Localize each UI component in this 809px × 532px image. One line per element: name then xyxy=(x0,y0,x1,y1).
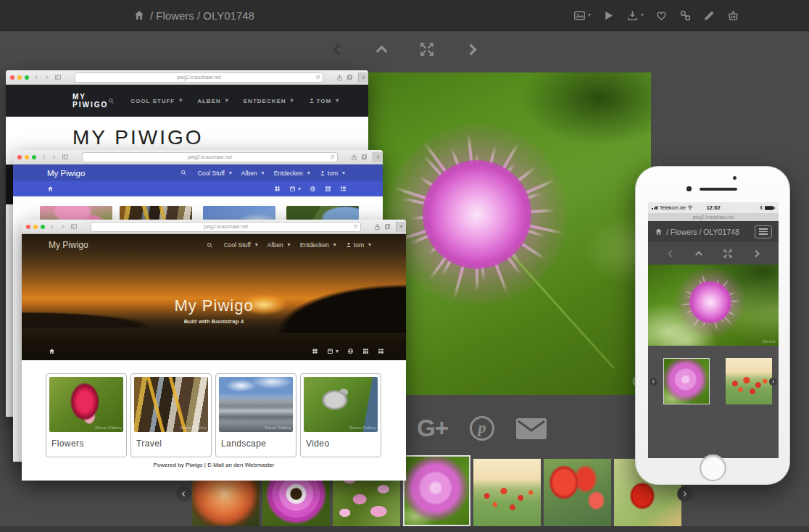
grid-2x2-icon xyxy=(312,348,318,354)
back-icon xyxy=(34,75,39,80)
pinterest-share-icon[interactable]: p xyxy=(470,416,494,441)
filmstrip-next-button[interactable] xyxy=(677,486,692,502)
breadcrumb-path[interactable]: / Flowers / OLY01748 xyxy=(150,9,254,22)
menu-item-entdecken: Entdecken▾ xyxy=(274,170,310,177)
flower-stem xyxy=(511,254,615,369)
phone-filmstrip xyxy=(648,346,779,458)
category-label: Landscape xyxy=(219,432,293,454)
home-icon xyxy=(49,348,55,354)
mock-brand: MY PIWIGO xyxy=(72,93,108,109)
grid-3x3-button xyxy=(362,348,369,354)
address-bar: pwg2.kraushaar.net xyxy=(91,222,361,232)
mock-brand: My Piwigo xyxy=(47,169,85,178)
mock-hero-title-block: My Piwigo Built with Bootstrap 4 xyxy=(22,296,406,325)
close-window-icon xyxy=(26,225,30,229)
address-bar: pwg2.kraushaar.net xyxy=(82,152,338,162)
googleplus-share-icon[interactable]: G+ xyxy=(417,415,448,442)
menu-item-alben: Alben▾ xyxy=(241,170,265,177)
phone-filmstrip-prev-icon xyxy=(650,378,657,386)
bottom-band xyxy=(0,526,809,532)
refresh-icon xyxy=(315,75,320,80)
permalink-link-button[interactable] xyxy=(679,9,692,22)
chevron-up-button[interactable] xyxy=(373,43,390,57)
phone-filmstrip-next-icon xyxy=(769,378,777,386)
chevron-left-button[interactable] xyxy=(329,43,346,57)
calendar-icon xyxy=(289,186,296,192)
filmstrip-prev-button[interactable] xyxy=(176,486,191,502)
photo-action-buttons: ▾▾ xyxy=(573,0,739,30)
chevron-left-icon xyxy=(331,43,344,57)
edit-pencil-button[interactable] xyxy=(703,9,715,22)
category-card-video: Demo GalleryVideo xyxy=(300,373,381,457)
filmstrip-thumb-thistle-selected[interactable] xyxy=(403,455,470,526)
menu-item-tom: tom▾ xyxy=(346,241,371,249)
menu-item-cool-stuff: Cool Stuff▾ xyxy=(224,241,258,249)
phone-viewer-navigation xyxy=(648,242,779,265)
filmstrip-thumb-poppy-field[interactable] xyxy=(473,459,541,526)
filmstrip-thumb-poppies[interactable] xyxy=(544,459,611,526)
minimize-window-icon xyxy=(25,155,29,159)
mock-view-icons: ▾ xyxy=(312,348,384,354)
piwigo-darkroom-page: Demo Gallery G+ p pwg2.kraushaar.net xyxy=(0,0,809,532)
phone-address-bar: pwg2.kraushaar.net xyxy=(648,213,779,221)
tabs-icon xyxy=(384,223,391,230)
phone-speaker xyxy=(700,188,737,191)
piwigo-link: Piwigo xyxy=(186,462,203,468)
phone-home-button xyxy=(700,454,726,481)
slideshow-play-button[interactable] xyxy=(602,9,615,22)
breadcrumb[interactable]: / Flowers / OLY01748 xyxy=(133,0,254,30)
caret-down-icon: ▾ xyxy=(262,170,265,176)
favorite-heart-button[interactable] xyxy=(655,9,668,22)
menu-item-entdecken: Entdecken▾ xyxy=(300,241,336,249)
social-share-row: G+ p xyxy=(417,415,547,442)
tabs-icon xyxy=(361,154,368,160)
photo-sizes-button[interactable]: ▾ xyxy=(573,9,591,22)
edit-pencil-icon xyxy=(703,9,715,22)
home-icon[interactable] xyxy=(133,9,145,21)
home-icon xyxy=(655,228,663,236)
globe-button xyxy=(310,186,316,192)
chevron-right-button[interactable] xyxy=(464,43,481,57)
caret-down-icon: ▾ xyxy=(255,242,258,248)
zoom-window-icon xyxy=(25,75,29,80)
shopping-basket-button[interactable] xyxy=(727,9,739,22)
zoom-window-icon xyxy=(32,155,36,159)
caret-down-icon: ▾ xyxy=(229,170,232,176)
back-icon xyxy=(50,224,55,229)
category-label: Flowers xyxy=(49,432,123,454)
menu-item-tom: tom▾ xyxy=(320,170,345,177)
menu-item-cool-stuff: Cool Stuff▾ xyxy=(198,170,232,177)
fullscreen-expand-icon xyxy=(723,249,733,259)
category-card-flowers: Demo GalleryFlowers xyxy=(46,373,127,457)
category-label: Video xyxy=(304,432,378,454)
address-bar: pwg2.kraushaar.net xyxy=(75,72,323,83)
category-label: Travel xyxy=(134,432,208,454)
caret-down-icon: ▾ xyxy=(641,12,644,18)
phone-thumb-thistle xyxy=(663,358,710,404)
hamburger-menu-icon xyxy=(755,225,772,238)
caret-down-icon: ▾ xyxy=(368,242,371,248)
favorite-heart-icon xyxy=(655,9,668,22)
mock-toolbar-hero: ▾ xyxy=(22,348,406,354)
download-button[interactable]: ▾ xyxy=(626,9,644,22)
list-view-icon xyxy=(340,186,347,192)
fullscreen-expand-button[interactable] xyxy=(418,41,436,57)
email-share-icon[interactable] xyxy=(516,418,547,439)
caret-down-icon: ▾ xyxy=(336,349,339,354)
chevron-up-button xyxy=(694,249,703,258)
search-icon xyxy=(181,170,187,176)
mock-navbar-dark: MY PIWIGO COOL STUFF▾ALBEN▾ENTDECKEN▾TOM… xyxy=(6,85,368,117)
mock-navbar-indigo: My Piwigo Cool Stuff▾Alben▾Entdecken▾tom… xyxy=(13,165,383,181)
share-icon xyxy=(351,154,357,161)
grid-3x3-icon xyxy=(325,186,331,192)
mock-hero-sunset: My Piwigo Cool Stuff▾Alben▾Entdecken▾tom… xyxy=(22,234,406,360)
permalink-link-icon xyxy=(679,9,692,22)
caret-down-icon: ▾ xyxy=(336,98,339,104)
sidebar-icon xyxy=(54,74,62,80)
top-toolbar: / Flowers / OLY01748 ▾▾ xyxy=(0,0,809,31)
caret-down-icon: ▾ xyxy=(307,170,310,176)
category-card-travel: Demo GalleryTravel xyxy=(130,373,212,457)
calendar-icon xyxy=(327,348,333,354)
browser-chrome: pwg2.kraushaar.net + xyxy=(6,70,368,85)
phone-sensor-dot xyxy=(733,176,737,180)
